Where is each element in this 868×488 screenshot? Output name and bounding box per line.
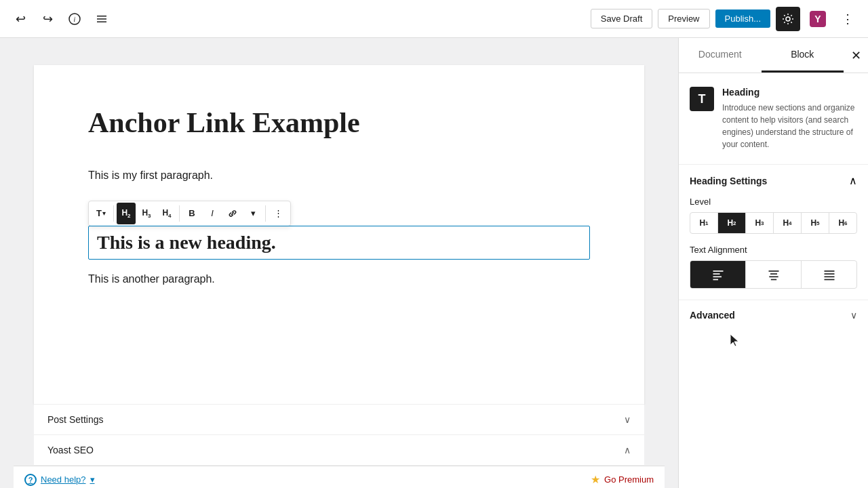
svg-rect-2 (97, 16, 106, 17)
svg-rect-4 (97, 21, 106, 22)
block-icon-label: T (698, 92, 706, 106)
sidebar-close-button[interactable]: ✕ (844, 43, 868, 68)
align-center-button[interactable] (746, 261, 802, 288)
alignment-setting: Text Alignment (690, 245, 857, 289)
yoast-button[interactable]: Y (806, 7, 830, 31)
level-setting: Level H1 H2 H3 H4 H5 H6 (690, 197, 857, 234)
align-justify-button[interactable] (802, 261, 856, 288)
go-premium-button[interactable]: ★ Go Premium (591, 473, 654, 486)
post-settings-row[interactable]: Post Settings ∨ (34, 405, 644, 435)
svg-rect-12 (768, 270, 778, 272)
post-settings-label: Post Settings (47, 414, 104, 425)
redo-button[interactable]: ↪ (35, 7, 60, 31)
svg-rect-9 (713, 273, 719, 274)
info-button[interactable]: i (62, 7, 87, 31)
svg-rect-13 (770, 273, 777, 274)
bottom-bar: ? Need help? ▾ ★ Go Premium (14, 466, 665, 488)
yoast-chevron: ∧ (624, 445, 631, 455)
block-info-section: T Heading Introduce new sections and org… (679, 73, 868, 165)
level-h2-button[interactable]: H2 (718, 213, 746, 233)
svg-text:i: i (74, 16, 76, 23)
post-settings-chevron: ∨ (624, 414, 631, 425)
toolbar-divider-1 (113, 205, 114, 222)
align-left-button[interactable] (690, 261, 746, 288)
toolbar-more-button[interactable]: ⋮ (269, 203, 288, 224)
alignment-buttons-group (690, 260, 857, 289)
heading-settings-section: Heading Settings ∧ Level H1 H2 H3 H4 H5 … (679, 165, 868, 300)
level-h6-button[interactable]: H6 (829, 213, 856, 233)
heading-block-wrapper: T ▾ H2 H3 H4 B I (88, 201, 590, 260)
top-toolbar: ↩ ↪ i Save Draft Preview Publish... (0, 0, 868, 38)
tab-block[interactable]: Block (762, 38, 844, 73)
toolbar-h4-button[interactable]: H4 (157, 203, 176, 224)
level-h5-button[interactable]: H5 (802, 213, 829, 233)
sidebar-header: Document Block ✕ (679, 38, 868, 73)
save-draft-button[interactable]: Save Draft (591, 9, 652, 28)
advanced-chevron-icon: ∨ (850, 310, 857, 321)
svg-point-5 (786, 17, 790, 21)
yoast-seo-row[interactable]: Yoast SEO ∧ (34, 435, 644, 466)
need-help-label: Need help? (41, 474, 86, 485)
undo-button[interactable]: ↩ (8, 7, 33, 31)
block-toolbar: T ▾ H2 H3 H4 B I (88, 201, 291, 226)
block-title: Heading (722, 87, 857, 98)
heading-settings-header[interactable]: Heading Settings ∧ (679, 165, 868, 197)
svg-rect-10 (713, 277, 722, 278)
list-view-button[interactable] (90, 7, 114, 31)
post-title[interactable]: Anchor Link Example (88, 106, 590, 140)
heading-settings-label: Heading Settings (690, 176, 767, 186)
advanced-label: Advanced (690, 310, 735, 321)
help-icon: ? (24, 474, 37, 486)
block-description: Introduce new sections and organize cont… (722, 102, 857, 150)
toolbar-divider-2 (179, 205, 180, 222)
paragraph-1[interactable]: This is my first paragraph. (88, 167, 590, 184)
heading-editing-block[interactable]: This is a new heading. (88, 226, 590, 260)
heading-settings-content: Level H1 H2 H3 H4 H5 H6 Text Alignment (679, 197, 868, 300)
heading-editing-text[interactable]: This is a new heading. (97, 232, 581, 253)
svg-rect-14 (769, 277, 778, 278)
need-help-button[interactable]: ? Need help? ▾ (24, 474, 95, 486)
tab-document[interactable]: Document (679, 38, 762, 73)
advanced-section: Advanced ∨ (679, 300, 868, 357)
svg-text:Y: Y (814, 14, 821, 24)
toolbar-italic-button[interactable]: I (203, 203, 222, 224)
cursor-icon (728, 333, 741, 349)
level-h1-button[interactable]: H1 (690, 213, 718, 233)
editor-content: Anchor Link Example This is my first par… (34, 65, 644, 404)
publish-button[interactable]: Publish... (715, 9, 770, 28)
svg-rect-16 (824, 270, 834, 272)
yoast-seo-label: Yoast SEO (47, 445, 94, 455)
more-options-button[interactable]: ⋮ (835, 7, 860, 31)
help-dropdown-icon: ▾ (90, 474, 95, 485)
settings-gear-button[interactable] (776, 7, 800, 31)
paragraph-2[interactable]: This is another paragraph. (88, 270, 590, 288)
svg-rect-19 (824, 279, 834, 281)
preview-button[interactable]: Preview (658, 9, 709, 28)
level-h3-button[interactable]: H3 (746, 213, 774, 233)
post-settings-section: Post Settings ∨ Yoast SEO ∧ (34, 404, 644, 466)
toolbar-right: Save Draft Preview Publish... Y ⋮ (591, 7, 860, 31)
advanced-header[interactable]: Advanced ∨ (679, 300, 868, 330)
toolbar-h2-button[interactable]: H2 (117, 203, 136, 224)
toolbar-divider-3 (265, 205, 266, 222)
alignment-label: Text Alignment (690, 245, 857, 255)
toolbar-bold-button[interactable]: B (182, 203, 201, 224)
svg-rect-8 (713, 270, 723, 272)
level-label: Level (690, 197, 857, 207)
toolbar-dropdown-button[interactable]: ▾ (243, 203, 262, 224)
main-area: Anchor Link Example This is my first par… (0, 38, 868, 488)
advanced-cursor-area (679, 330, 868, 357)
level-buttons-group: H1 H2 H3 H4 H5 H6 (690, 212, 857, 234)
star-icon: ★ (591, 473, 600, 486)
svg-rect-18 (824, 277, 834, 278)
editor-area: Anchor Link Example This is my first par… (0, 38, 678, 488)
svg-rect-11 (713, 279, 718, 281)
toolbar-transform-button[interactable]: T ▾ (92, 203, 111, 224)
toolbar-left: ↩ ↪ i (8, 7, 588, 31)
level-h4-button[interactable]: H4 (774, 213, 802, 233)
toolbar-h3-button[interactable]: H3 (137, 203, 156, 224)
toolbar-link-button[interactable] (223, 203, 242, 224)
svg-rect-3 (97, 18, 106, 20)
heading-settings-collapse-icon: ∧ (849, 174, 857, 187)
svg-rect-17 (824, 273, 834, 274)
